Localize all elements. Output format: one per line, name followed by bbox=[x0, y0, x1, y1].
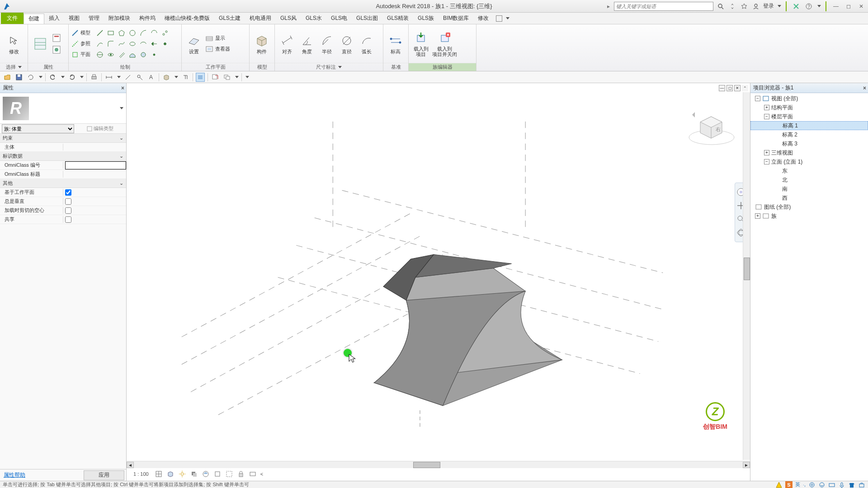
tab-gls-draw[interactable]: GLS出图 bbox=[352, 13, 382, 24]
search-input[interactable] bbox=[614, 2, 713, 11]
crop-icon[interactable] bbox=[213, 470, 222, 478]
qat-customize-icon[interactable] bbox=[245, 76, 249, 78]
modify-tool-button[interactable]: 修改 bbox=[5, 33, 24, 54]
visual-style-icon[interactable] bbox=[166, 470, 175, 478]
close-icon[interactable]: × bbox=[863, 85, 866, 91]
sun-path-icon[interactable] bbox=[178, 470, 186, 478]
dim-diam-button[interactable]: 直径 bbox=[337, 33, 356, 54]
scale-label[interactable]: 1 : 100 bbox=[131, 471, 151, 477]
type-dropdown-icon[interactable] bbox=[120, 107, 123, 109]
close-icon[interactable]: × bbox=[121, 85, 124, 91]
shadows-icon[interactable] bbox=[190, 470, 198, 478]
point2-icon[interactable] bbox=[149, 50, 159, 60]
show-workplane-button[interactable]: 显示 bbox=[205, 33, 230, 43]
node-level3[interactable]: 标高 3 bbox=[750, 139, 868, 148]
toolbox-icon[interactable] bbox=[858, 481, 865, 488]
pick-icon[interactable] bbox=[149, 39, 159, 49]
cat-constraints[interactable]: 约束⌄ bbox=[0, 134, 126, 143]
settings-icon[interactable] bbox=[808, 481, 816, 488]
point-icon[interactable] bbox=[160, 39, 170, 49]
line-icon[interactable] bbox=[95, 28, 105, 38]
search-icon[interactable] bbox=[716, 2, 725, 11]
view-up-icon[interactable]: ⌃ bbox=[742, 85, 748, 91]
node-level1[interactable]: 标高 1 bbox=[750, 121, 868, 130]
microphone-icon[interactable] bbox=[838, 481, 845, 488]
workplane-viewer-button[interactable]: 查看器 bbox=[205, 44, 230, 54]
tab-gls-arch[interactable]: GLS土建 bbox=[214, 13, 245, 24]
reveal-icon[interactable] bbox=[249, 470, 257, 478]
communicate-icon[interactable] bbox=[728, 2, 737, 11]
node-west[interactable]: 西 bbox=[750, 193, 868, 202]
node-3dview[interactable]: +三维视图 bbox=[750, 148, 868, 157]
eye-icon[interactable] bbox=[106, 50, 116, 60]
warning-icon[interactable] bbox=[775, 481, 783, 488]
half-ellipse-icon[interactable] bbox=[138, 39, 148, 49]
tab-bimdb[interactable]: BIM数据库 bbox=[439, 13, 473, 24]
text-icon[interactable]: A bbox=[147, 73, 156, 82]
dim-radius-button[interactable]: 半径 bbox=[317, 33, 336, 54]
tab-addins[interactable]: 附加模块 bbox=[104, 13, 135, 24]
switch-win-icon[interactable] bbox=[222, 73, 231, 82]
crop-region-icon[interactable] bbox=[225, 470, 233, 478]
tab-gls-water[interactable]: GLS水 bbox=[301, 13, 326, 24]
user-icon[interactable] bbox=[751, 2, 760, 11]
rect-icon[interactable] bbox=[106, 28, 116, 38]
cat-other[interactable]: 其他⌄ bbox=[0, 179, 126, 188]
tab-modify[interactable]: 修改 bbox=[473, 13, 493, 24]
tab-gls-air[interactable]: GLS风 bbox=[276, 13, 301, 24]
ime-icon[interactable]: S bbox=[785, 481, 793, 488]
tab-goujianwu[interactable]: 构件坞 bbox=[135, 13, 160, 24]
vertical-scrollbar[interactable] bbox=[743, 92, 750, 460]
close-button[interactable]: ✕ bbox=[856, 1, 866, 11]
cat-id[interactable]: 标识数据⌄ bbox=[0, 152, 126, 161]
thin-lines-icon[interactable] bbox=[196, 73, 205, 82]
spline-point-icon[interactable] bbox=[160, 28, 170, 38]
properties-help-link[interactable]: 属性帮助 bbox=[0, 471, 84, 479]
surface-icon[interactable] bbox=[127, 50, 137, 60]
arc3p-icon[interactable] bbox=[149, 28, 159, 38]
node-east[interactable]: 东 bbox=[750, 166, 868, 175]
ribbon-toggle-icon[interactable] bbox=[496, 15, 502, 22]
tan-arc-icon[interactable] bbox=[95, 39, 105, 49]
close-hidden-icon[interactable] bbox=[211, 73, 220, 82]
load-close-button[interactable]: 载入到 项目并关闭 bbox=[432, 31, 457, 57]
section-icon[interactable] bbox=[181, 73, 190, 82]
tab-mep[interactable]: 机电通用 bbox=[245, 13, 276, 24]
tab-manage[interactable]: 管理 bbox=[84, 13, 104, 24]
load-into-project-button[interactable]: 载入到 项目 bbox=[411, 31, 430, 57]
redo-icon[interactable] bbox=[67, 73, 76, 82]
login-link[interactable]: 登录 bbox=[763, 2, 774, 10]
ref-plane-button[interactable]: 平面 bbox=[71, 50, 90, 60]
dim-arc-button[interactable]: 弧长 bbox=[357, 33, 376, 54]
inscribed-icon[interactable] bbox=[95, 50, 105, 60]
print-icon[interactable] bbox=[90, 73, 99, 82]
circle-icon[interactable] bbox=[127, 28, 137, 38]
favorite-icon[interactable] bbox=[740, 2, 749, 11]
omniclass-num-input[interactable] bbox=[65, 161, 126, 169]
offset-icon[interactable] bbox=[117, 50, 127, 60]
wp-based-check[interactable] bbox=[65, 189, 71, 196]
undo-icon[interactable] bbox=[48, 73, 57, 82]
view-close-icon[interactable]: ✕ bbox=[734, 85, 741, 91]
skin-icon[interactable] bbox=[848, 481, 855, 488]
sync-icon[interactable] bbox=[26, 73, 35, 82]
tab-create[interactable]: 创建 bbox=[24, 14, 44, 24]
fillet-icon[interactable] bbox=[106, 39, 116, 49]
dim-angle-button[interactable]: 角度 bbox=[297, 33, 316, 54]
family-types-icon[interactable] bbox=[52, 33, 61, 43]
ellipse-icon[interactable] bbox=[127, 39, 137, 49]
help-icon[interactable]: ? bbox=[804, 1, 814, 11]
viewcube[interactable]: 右 bbox=[687, 106, 736, 151]
family-type-combo[interactable]: 族: 体量 bbox=[2, 124, 74, 133]
edit-type-button[interactable]: 编辑类型 bbox=[74, 125, 126, 132]
component-button[interactable]: 构件 bbox=[252, 33, 271, 54]
apply-button[interactable]: 应用 bbox=[84, 470, 124, 480]
properties-title[interactable]: 属性× bbox=[0, 83, 126, 93]
maximize-button[interactable]: ◻ bbox=[844, 1, 854, 11]
model-canvas[interactable] bbox=[127, 83, 750, 481]
horizontal-scrollbar[interactable]: ◂ ▸ bbox=[127, 461, 750, 468]
save-icon[interactable] bbox=[14, 73, 24, 82]
arc-icon[interactable] bbox=[138, 28, 148, 38]
ref-lines-button[interactable]: 参照 bbox=[71, 39, 90, 49]
tab-gls-elec[interactable]: GLS电 bbox=[326, 13, 352, 24]
